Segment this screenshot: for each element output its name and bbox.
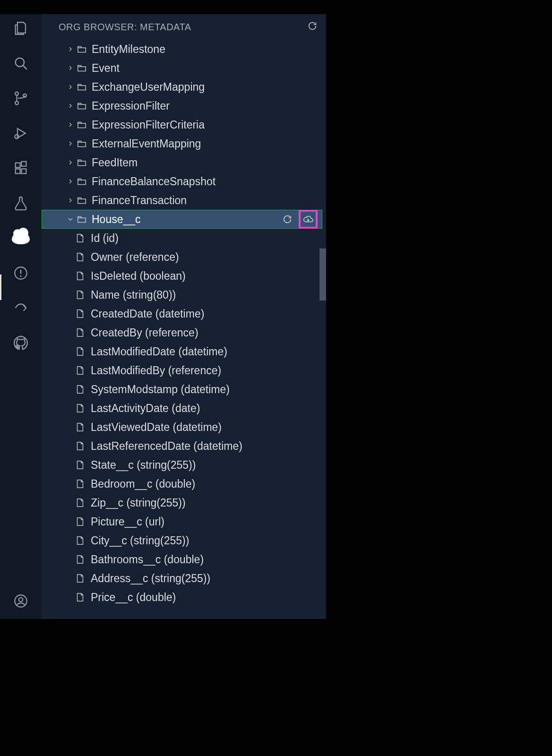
tree-field[interactable]: Picture__c (url) [42,512,322,531]
file-icon [74,327,86,338]
metadata-tree[interactable]: EntityMilestoneEventExchangeUserMappingE… [42,40,326,619]
testing-icon[interactable] [11,194,30,213]
panel-title: ORG BROWSER: METADATA [59,22,191,33]
tree-field-label: LastActivityDate (date) [91,402,200,415]
tree-folder[interactable]: House__c [42,210,322,229]
tree-field[interactable]: Owner (reference) [42,248,322,266]
tree-field-label: LastViewedDate (datetime) [91,421,222,434]
file-icon [74,441,86,451]
chevron-right-icon[interactable] [65,121,76,129]
tree-folder[interactable]: FinanceTransaction [42,191,322,210]
file-icon [74,460,86,470]
folder-icon [76,176,88,187]
tree-field[interactable]: City__c (string(255)) [42,531,322,550]
tree-folder-label: Event [92,62,120,75]
chevron-right-icon[interactable] [65,45,76,53]
ide-panel: ORG BROWSER: METADATA EntityMilestoneEve… [0,14,326,619]
tree-folder[interactable]: Event [42,59,322,77]
tree-field[interactable]: LastModifiedBy (reference) [42,361,322,380]
run-debug-icon[interactable] [11,124,30,143]
tree-field-label: Name (string(80)) [91,289,176,301]
tree-field[interactable]: LastModifiedDate (datetime) [42,342,322,361]
tree-field-label: City__c (string(255)) [91,534,189,547]
chevron-right-icon[interactable] [65,197,76,204]
tree-folder-label: FinanceBalanceSnapshot [92,175,216,188]
tree-folder[interactable]: FinanceBalanceSnapshot [42,172,322,191]
folder-icon [76,195,88,206]
tree-folder[interactable]: EntityMilestone [42,40,322,59]
cloud-download-icon[interactable] [302,213,315,226]
folder-icon [76,120,88,130]
tree-field[interactable]: SystemModstamp (datetime) [42,380,322,399]
salesforce-cloud-icon[interactable] [11,229,30,248]
tree-field-label: LastReferencedDate (datetime) [91,440,242,453]
tree-field[interactable]: Name (string(80)) [42,285,322,304]
chevron-right-icon[interactable] [65,140,76,147]
tree-field[interactable]: Id (id) [42,229,322,248]
tree-field[interactable]: LastViewedDate (datetime) [42,418,322,437]
tree-field[interactable]: LastReferencedDate (datetime) [42,437,322,455]
tree-folder[interactable]: ExchangeUserMapping [42,77,322,96]
panel-refresh-button[interactable] [307,21,318,34]
file-icon [74,403,86,413]
tree-folder-label: ExpressionFilter [92,100,170,112]
tree-field[interactable]: State__c (string(255)) [42,455,322,474]
github-icon[interactable] [11,334,30,352]
tree-folder[interactable]: ExpressionFilter [42,96,322,115]
folder-icon [76,101,88,111]
file-icon [74,252,86,262]
tree-field-label: IsDeleted (boolean) [91,270,186,283]
file-icon [74,498,86,508]
tree-field-label: LastModifiedBy (reference) [91,364,221,377]
tree-field-label: Id (id) [91,232,119,245]
source-control-icon[interactable] [11,89,30,108]
tree-folder-label: ExpressionFilterCriteria [92,119,205,131]
tree-field[interactable]: CreatedBy (reference) [42,323,322,342]
tree-field[interactable]: LastActivityDate (date) [42,399,322,418]
chevron-down-icon[interactable] [65,215,76,223]
file-icon [74,554,86,565]
chevron-right-icon[interactable] [65,102,76,110]
file-icon [74,233,86,243]
folder-icon [76,44,88,54]
explorer-icon[interactable] [11,19,30,38]
chevron-right-icon[interactable] [65,83,76,91]
tree-field-label: LastModifiedDate (datetime) [91,345,227,358]
scrollbar-thumb[interactable] [319,249,326,301]
chevron-right-icon[interactable] [65,64,76,72]
tree-field[interactable]: CreatedDate (datetime) [42,304,322,323]
tree-field[interactable]: Bedroom__c (double) [42,474,322,493]
tree-field[interactable]: Bathrooms__c (double) [42,550,322,569]
refresh-icon[interactable] [281,213,294,226]
file-icon [74,309,86,319]
tree-folder-label: FeedItem [92,156,138,169]
chevron-right-icon[interactable] [65,178,76,185]
tree-folder-label: EntityMilestone [92,43,165,56]
tree-folder[interactable]: ExternalEventMapping [42,134,322,153]
share-icon[interactable] [11,299,30,318]
tree-folder-label: ExchangeUserMapping [92,81,205,94]
tree-folder[interactable]: ExpressionFilterCriteria [42,115,322,134]
tree-field[interactable]: IsDeleted (boolean) [42,266,322,285]
tree-field-label: CreatedDate (datetime) [91,308,204,320]
folder-icon [76,82,88,92]
row-actions [281,210,318,229]
file-icon [74,535,86,546]
tree-field[interactable]: Zip__c (string(255)) [42,493,322,512]
search-icon[interactable] [11,54,30,73]
tree-field[interactable]: Address__c (string(255)) [42,569,322,588]
tree-field-label: Address__c (string(255)) [91,572,210,585]
issues-icon[interactable] [11,264,30,283]
file-icon [74,365,86,376]
file-icon [74,479,86,489]
file-icon [74,271,86,281]
folder-icon [76,214,88,224]
tree-field-label: Zip__c (string(255)) [91,497,186,509]
accounts-icon[interactable] [11,592,30,610]
tree-field-label: Bedroom__c (double) [91,478,195,490]
file-icon [74,290,86,300]
chevron-right-icon[interactable] [65,159,76,166]
tree-folder[interactable]: FeedItem [42,153,322,172]
extensions-icon[interactable] [11,159,30,178]
tree-field[interactable]: Price__c (double) [42,588,322,607]
